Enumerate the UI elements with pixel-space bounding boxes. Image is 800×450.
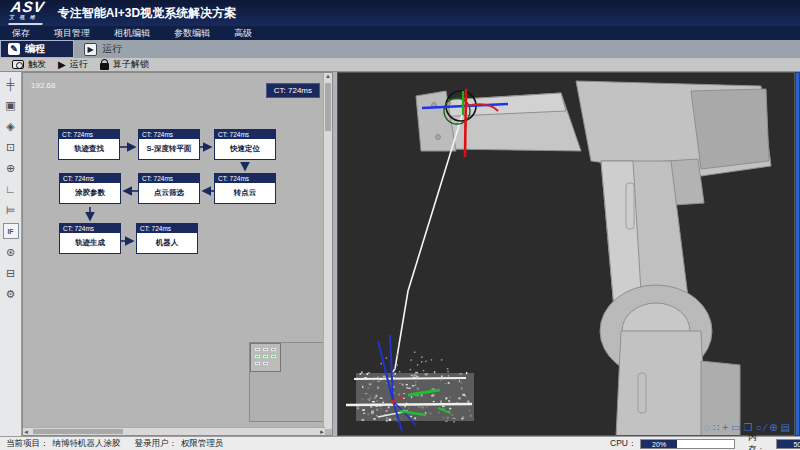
user-value: 权限管理员 <box>181 438 224 450</box>
cpu-label: CPU： <box>610 438 636 450</box>
cpu-value: 20% <box>641 440 676 448</box>
node-label: 转点云 <box>215 183 275 203</box>
menu-item-3[interactable]: 参数编辑 <box>162 27 222 40</box>
title-bar: ASV 艾 视 维 专注智能AI+3D视觉系统解决方案 <box>0 0 800 26</box>
cycle-time-badge: CT: 724ms <box>266 83 320 98</box>
target-icon[interactable]: ⊕ <box>3 160 19 176</box>
tab-run-label: 运行 <box>102 42 122 56</box>
node-cycle-time: CT: 724ms <box>215 174 275 183</box>
status-bar: 当前项目： 纳博特机器人涂胶 登录用户： 权限管理员 CPU： 20% 内存： … <box>0 436 800 450</box>
menu-item-0[interactable]: 保存 <box>0 27 42 40</box>
flow-node-n1[interactable]: CT: 724ms轨迹查找 <box>58 129 120 160</box>
minimap-node-dot <box>263 355 268 358</box>
tab-program-label: 编程 <box>25 42 45 56</box>
operator-icon-sidebar: ╪▣◈⊡⊕∟⊨IF⊛⊟⚙ <box>0 72 22 436</box>
robot-3d-scene <box>338 73 795 436</box>
operator-unlock-button[interactable]: 算子解锁 <box>100 58 149 71</box>
canvas-minimap[interactable] <box>249 342 333 422</box>
run-label: 运行 <box>70 58 88 71</box>
node-cycle-time: CT: 724ms <box>60 224 120 233</box>
minimap-viewport[interactable] <box>250 343 281 372</box>
main-area: ╪▣◈⊡⊕∟⊨IF⊛⊟⚙ 192.68 CT: 724ms CT: 724ms轨… <box>0 72 800 436</box>
memory-meter: 内存： 50% <box>748 432 800 450</box>
node-cycle-time: CT: 724ms <box>215 130 275 139</box>
measure-icon[interactable]: ⊨ <box>3 202 19 218</box>
flow-node-n6[interactable]: CT: 724ms涂胶参数 <box>59 173 121 204</box>
capture-region-icon[interactable]: ⊡ <box>3 139 19 155</box>
minimap-node-dot <box>263 348 268 351</box>
minimap-node-dot <box>271 355 276 358</box>
flow-node-n4[interactable]: CT: 724ms转点云 <box>214 173 276 204</box>
flow-sequence-icon[interactable]: ╪ <box>3 76 19 92</box>
menu-item-2[interactable]: 相机编辑 <box>102 27 162 40</box>
memory-label: 内存： <box>748 432 772 450</box>
play-icon: ▶ <box>58 60 66 70</box>
node-cycle-time: CT: 724ms <box>139 130 199 139</box>
flow-node-n2[interactable]: CT: 724msS-深度转平面 <box>138 129 200 160</box>
node-label: 点云筛选 <box>139 183 199 203</box>
workpiece-pointcloud <box>346 335 474 431</box>
box-3d-icon[interactable]: ◈ <box>3 118 19 134</box>
minimap-node-dot <box>271 348 276 351</box>
node-cycle-time: CT: 724ms <box>137 224 197 233</box>
trigger-button[interactable]: 触发 <box>12 58 46 71</box>
run-button[interactable]: ▶ 运行 <box>58 58 88 71</box>
unlock-label: 算子解锁 <box>113 58 149 71</box>
node-label: 轨迹查找 <box>59 139 119 159</box>
node-cycle-time: CT: 724ms <box>59 130 119 139</box>
pencil-icon: ✎ <box>8 43 20 55</box>
action-toolbar: 触发 ▶ 运行 算子解锁 <box>0 58 800 72</box>
tab-run[interactable]: ▶ 运行 <box>80 40 158 58</box>
globe-icon[interactable]: ⊛ <box>3 244 19 260</box>
asv-logo: ASV 艾 视 维 <box>8 1 45 25</box>
node-label: 涂胶参数 <box>60 183 120 203</box>
lock-icon <box>100 63 109 70</box>
monitor-icon[interactable]: ⊟ <box>3 265 19 281</box>
menu-bar: 保存项目管理相机编辑参数编辑高级 <box>0 26 800 40</box>
cpu-progressbar: 20% <box>640 439 735 449</box>
flow-node-n8[interactable]: CT: 724ms机器人 <box>136 223 198 254</box>
viewport-3d[interactable]: ◌∷+▭❐○∕⊕▤ <box>337 72 795 436</box>
tools-icon[interactable]: ⚙ <box>3 286 19 302</box>
pan-view-icon[interactable]: ∷ <box>713 422 719 433</box>
menu-item-1[interactable]: 项目管理 <box>42 27 102 40</box>
node-label: 轨迹生成 <box>60 233 120 253</box>
minimap-node-dot <box>255 362 260 365</box>
user-label: 登录用户： <box>135 438 178 450</box>
canvas-vertical-scrollbar[interactable]: ▲ <box>323 73 332 429</box>
node-label: S-深度转平面 <box>139 139 199 159</box>
node-label: 快速定位 <box>215 139 275 159</box>
node-label: 机器人 <box>137 233 197 253</box>
rotate-view-icon[interactable]: ◌ <box>704 422 710 433</box>
zoom-in-icon[interactable]: + <box>722 422 728 433</box>
play-icon: ▶ <box>84 43 97 56</box>
image-settings-icon[interactable]: ▣ <box>3 97 19 113</box>
coordinate-axes-icon[interactable]: ∟ <box>3 181 19 197</box>
minimap-node-dot <box>255 348 260 351</box>
flow-canvas[interactable]: 192.68 CT: 724ms CT: 724ms轨迹查找CT: 724msS… <box>22 72 333 436</box>
if-condition-icon[interactable]: IF <box>3 223 19 239</box>
flow-node-n7[interactable]: CT: 724ms轨迹生成 <box>59 223 121 254</box>
flow-node-n3[interactable]: CT: 724ms快速定位 <box>214 129 276 160</box>
tab-program[interactable]: ✎ 编程 <box>0 40 74 58</box>
app-title: 专注智能AI+3D视觉系统解决方案 <box>58 5 236 22</box>
memory-value: 50% <box>777 440 800 448</box>
canvas-horizontal-scrollbar[interactable]: ◄► <box>23 427 325 435</box>
cpu-meter: CPU： 20% <box>610 438 735 450</box>
camera-icon <box>12 60 24 69</box>
tab-bar: ✎ 编程 ▶ 运行 <box>0 40 800 58</box>
application-window: ASV 艾 视 维 专注智能AI+3D视觉系统解决方案 保存项目管理相机编辑参数… <box>0 0 800 450</box>
menu-item-4[interactable]: 高级 <box>222 27 264 40</box>
node-cycle-time: CT: 724ms <box>60 174 120 183</box>
node-cycle-time: CT: 724ms <box>139 174 199 183</box>
right-scrollbar[interactable] <box>795 72 800 436</box>
flow-node-n5[interactable]: CT: 724ms点云筛选 <box>138 173 200 204</box>
project-label: 当前项目： <box>6 438 49 450</box>
ip-address-label: 192.68 <box>31 81 55 90</box>
trigger-label: 触发 <box>28 58 46 71</box>
minimap-node-dot <box>255 355 260 358</box>
fit-rect-icon[interactable]: ▭ <box>731 422 740 433</box>
memory-progressbar: 50% <box>776 439 800 449</box>
minimap-node-dot <box>263 362 268 365</box>
project-value: 纳博特机器人涂胶 <box>53 438 121 450</box>
